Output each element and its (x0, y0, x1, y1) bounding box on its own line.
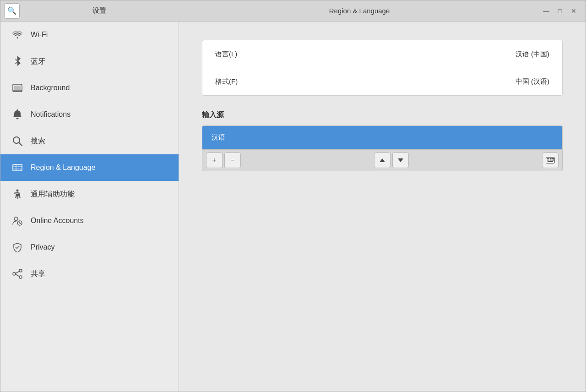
svg-rect-27 (553, 160, 554, 161)
sidebar-label-sharing: 共享 (31, 269, 45, 279)
minimize-button[interactable]: — (540, 5, 553, 17)
titlebar-center: Region & Language (179, 7, 540, 15)
panel-title: Region & Language (329, 7, 390, 15)
close-button[interactable]: ✕ (567, 5, 580, 17)
sidebar-item-region[interactable]: Region & Language (0, 154, 179, 181)
sidebar-label-search: 搜索 (31, 136, 45, 146)
wifi-icon (11, 29, 23, 41)
sidebar-label-region: Region & Language (31, 163, 95, 172)
input-sources-title: 输入源 (202, 110, 563, 120)
sidebar-label-notifications: Notifications (31, 110, 71, 119)
sharing-icon (11, 268, 23, 280)
search-icon: 🔍 (7, 6, 16, 15)
move-up-button[interactable] (374, 152, 391, 168)
sidebar-label-privacy: Privacy (31, 243, 54, 251)
titlebar: 🔍 设置 Region & Language — □ ✕ (0, 0, 586, 22)
bell-icon (11, 109, 23, 120)
svg-rect-24 (550, 160, 551, 161)
keyboard-settings-button[interactable] (542, 152, 559, 168)
sidebar-item-background[interactable]: Background (0, 75, 179, 101)
content: Wi-Fi 蓝牙 Background (0, 22, 586, 392)
main-panel: 语言(L) 汉语 (中国) 格式(F) 中国 (汉语) 输入源 汉语 + (179, 22, 586, 392)
maximize-button[interactable]: □ (553, 5, 566, 17)
sidebar-item-wifi[interactable]: Wi-Fi (0, 22, 179, 48)
sidebar-item-notifications[interactable]: Notifications (0, 101, 179, 128)
sidebar-label-online-accounts: Online Accounts (31, 217, 84, 225)
svg-point-9 (16, 190, 19, 192)
input-source-item-label: 汉语 (212, 133, 225, 141)
svg-rect-23 (548, 160, 550, 161)
svg-rect-25 (552, 160, 553, 161)
language-row[interactable]: 语言(L) 汉语 (中国) (202, 40, 562, 68)
format-label: 格式(F) (215, 77, 515, 86)
titlebar-left: 🔍 设置 (0, 3, 179, 19)
sidebar-item-sharing[interactable]: 共享 (0, 261, 179, 287)
region-icon (11, 162, 23, 174)
svg-rect-18 (547, 158, 548, 159)
language-label: 语言(L) (215, 50, 515, 59)
toolbar-nav-group (374, 152, 409, 168)
bluetooth-icon (11, 55, 23, 67)
remove-input-source-button[interactable]: − (224, 152, 241, 168)
svg-rect-20 (550, 158, 551, 159)
input-sources-section: 输入源 汉语 + − (202, 110, 563, 171)
move-down-button[interactable] (392, 152, 409, 168)
sidebar-item-search[interactable]: 搜索 (0, 128, 179, 154)
privacy-icon (11, 241, 23, 253)
sidebar-item-online-accounts[interactable]: Online Accounts (0, 207, 179, 234)
search-sidebar-icon (11, 135, 23, 147)
sidebar-item-accessibility[interactable]: 通用辅助功能 (0, 181, 179, 207)
svg-point-13 (13, 272, 16, 275)
accounts-icon (11, 215, 23, 227)
sidebar-label-wifi: Wi-Fi (31, 31, 48, 39)
input-source-list: 汉语 (202, 125, 563, 149)
svg-rect-21 (552, 158, 553, 159)
svg-point-12 (19, 269, 22, 272)
svg-rect-1 (14, 86, 21, 90)
svg-line-15 (16, 272, 19, 274)
svg-rect-22 (547, 160, 548, 161)
svg-rect-26 (553, 158, 554, 159)
format-value: 中国 (汉语) (515, 77, 549, 86)
svg-rect-19 (548, 158, 550, 159)
language-value: 汉语 (中国) (515, 50, 549, 59)
search-button[interactable]: 🔍 (4, 3, 20, 19)
sidebar-label-background: Background (31, 84, 70, 92)
titlebar-controls: — □ ✕ (540, 5, 586, 17)
add-input-source-button[interactable]: + (206, 152, 222, 168)
background-icon (11, 82, 23, 94)
app-title: 设置 (23, 6, 175, 15)
sidebar-item-bluetooth[interactable]: 蓝牙 (0, 48, 179, 75)
sidebar-label-accessibility: 通用辅助功能 (31, 190, 75, 199)
svg-line-16 (16, 274, 19, 277)
sidebar-label-bluetooth: 蓝牙 (31, 57, 45, 66)
input-source-toolbar: + − (202, 149, 563, 171)
format-row[interactable]: 格式(F) 中国 (汉语) (202, 68, 562, 95)
svg-point-10 (14, 217, 18, 221)
window: 🔍 设置 Region & Language — □ ✕ (0, 0, 586, 392)
svg-rect-5 (13, 164, 22, 171)
svg-line-4 (19, 142, 22, 146)
sidebar: Wi-Fi 蓝牙 Background (0, 22, 179, 392)
sidebar-item-privacy[interactable]: Privacy (0, 234, 179, 261)
svg-rect-28 (548, 161, 553, 162)
language-format-card: 语言(L) 汉语 (中国) 格式(F) 中国 (汉语) (202, 40, 563, 96)
accessibility-icon (11, 188, 23, 200)
input-source-item-hanyu[interactable]: 汉语 (202, 126, 562, 149)
svg-point-14 (19, 276, 22, 278)
